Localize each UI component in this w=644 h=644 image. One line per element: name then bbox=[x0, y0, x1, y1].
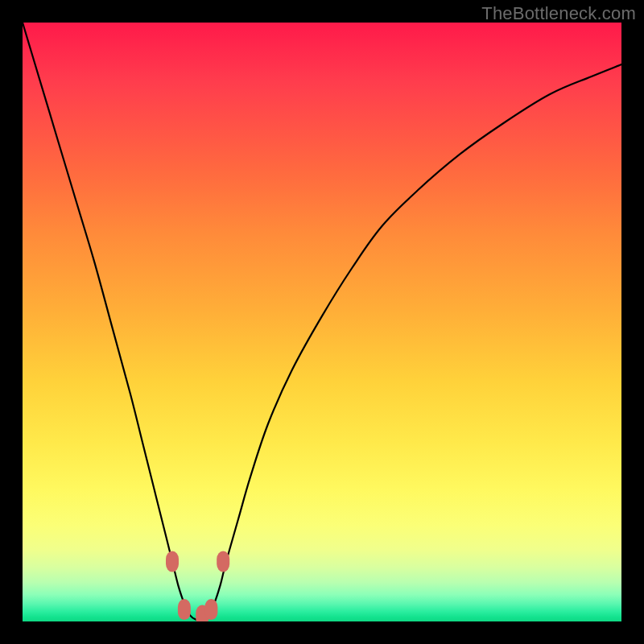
watermark-text: TheBottleneck.com bbox=[481, 3, 636, 24]
chart-plot-area bbox=[23, 23, 621, 621]
